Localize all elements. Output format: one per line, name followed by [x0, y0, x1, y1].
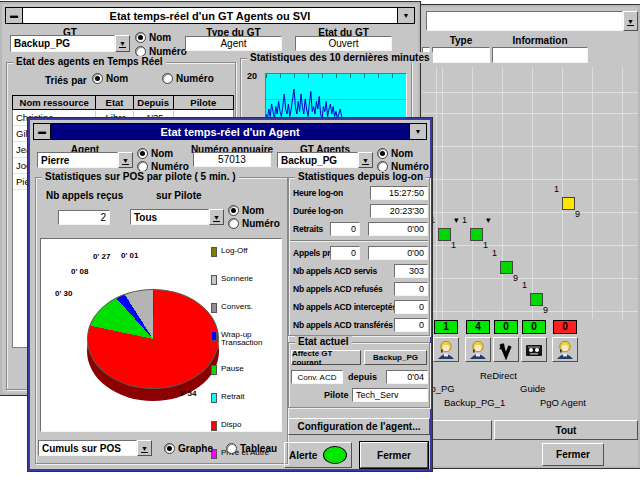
- system-menu-icon[interactable]: ▬: [34, 124, 51, 139]
- etat-conv-acd: Conv. ACD: [291, 370, 343, 384]
- tab-spacer: [422, 420, 492, 440]
- table-column-header[interactable]: Nom ressource: [13, 96, 96, 109]
- combo-arrow-icon[interactable]: ▼: [118, 152, 133, 168]
- pie-time-label: 0' 27: [93, 252, 110, 261]
- agent-radio-nom[interactable]: Nom: [137, 148, 173, 159]
- combo-arrow-icon[interactable]: ▼: [137, 440, 152, 456]
- gt-radio-nom[interactable]: Nom: [135, 32, 171, 43]
- appels-prives-count: 0: [330, 246, 360, 260]
- sur-pilote-combobox[interactable]: Tous ▼: [130, 209, 224, 225]
- pilote-radio-numero[interactable]: Numéro: [228, 218, 280, 229]
- combo-arrow-icon[interactable]: ▼: [115, 35, 130, 52]
- radio-icon[interactable]: [162, 73, 173, 84]
- legend-label: Dispo: [221, 421, 241, 429]
- duree-logon-label: Durée log-on: [293, 206, 343, 216]
- acd-interceptes-value: 0: [394, 300, 428, 314]
- radio-icon[interactable]: [226, 443, 237, 454]
- retraits-value: 0'00: [368, 222, 428, 236]
- radio-tableau[interactable]: Tableau: [226, 443, 277, 454]
- radio-icon[interactable]: [135, 32, 146, 43]
- sur-pilote-value[interactable]: Tous: [130, 209, 209, 225]
- legend-item: Dispo: [211, 421, 281, 431]
- pie-time-label: 0' 08: [71, 267, 88, 276]
- fermer-button-background[interactable]: Fermer: [542, 443, 604, 466]
- gt-courant-button[interactable]: Backup_PG: [364, 350, 427, 365]
- stats-10min-title: Statistiques des 10 dernières minutes: [247, 52, 433, 63]
- pilot-labels: ReDirectBackup_PGGuideBackup_PG_1PgO Age…: [420, 7, 638, 466]
- pilot-label: ReDirect: [480, 370, 517, 381]
- radio-icon[interactable]: [228, 205, 239, 216]
- fermer-button-agent[interactable]: Fermer: [360, 442, 428, 468]
- minimize-icon[interactable]: ▼: [409, 124, 426, 139]
- acd-refuses-value: 0: [394, 282, 428, 296]
- radio-icon[interactable]: [137, 148, 148, 159]
- sur-pilote-label: sur Pilote: [156, 190, 202, 201]
- radio-label: Nom: [106, 73, 128, 84]
- radio-label: Nom: [151, 148, 173, 159]
- heure-logon-value: 15:27:50: [370, 186, 428, 200]
- cumuls-combobox[interactable]: Cumuls sur POS ▼: [38, 440, 152, 456]
- legend-label: Pause: [221, 365, 244, 373]
- pilote-radio-nom[interactable]: Nom: [228, 205, 264, 216]
- radio-icon[interactable]: [377, 148, 388, 159]
- alerte-indicator-icon: [323, 446, 347, 464]
- numero-annuaire-value: 57013: [193, 152, 271, 167]
- gt-window-titlebar[interactable]: ▬ Etat temps-réel d'un GT Agents ou SVI …: [5, 7, 415, 24]
- divider: [290, 240, 428, 242]
- affecte-gt-button[interactable]: Affecté GT courant: [291, 350, 361, 365]
- agent-window-titlebar[interactable]: ▬ Etat temps-réel d'un Agent ▼: [33, 123, 427, 140]
- combo-arrow-icon[interactable]: ▼: [358, 152, 373, 168]
- pilote-label: Pilote: [324, 390, 349, 400]
- gt-agents-combobox[interactable]: Backup_PG ▼: [277, 152, 373, 168]
- gt-agents-combobox-value[interactable]: Backup_PG: [277, 152, 358, 168]
- gt-agents-radio-nom[interactable]: Nom: [377, 148, 413, 159]
- gt-combobox-value[interactable]: Backup_PG: [10, 35, 115, 52]
- table-column-header[interactable]: Etat: [96, 96, 134, 109]
- pie-time-label: 0' 30: [55, 289, 72, 298]
- acd-transferes-value: 0: [394, 318, 428, 332]
- agents-table-header: Nom ressourceEtatDepuisPilote: [12, 95, 234, 110]
- pilot-label: Backup_PG_1: [444, 397, 505, 408]
- system-menu-icon[interactable]: ▬: [6, 8, 23, 23]
- legend-item: Wrap-up Transaction: [211, 331, 281, 347]
- pilot-label: PgO Agent: [540, 397, 586, 408]
- etat-actuel-title: Etat actuel: [295, 336, 352, 347]
- pilot-label: Guide: [520, 383, 545, 394]
- pie-time-label: 3' 54: [179, 389, 196, 398]
- tab-tout[interactable]: Tout: [494, 420, 638, 440]
- legend-item: Log-Off: [211, 247, 281, 257]
- cumuls-value[interactable]: Cumuls sur POS: [38, 440, 137, 456]
- minimize-icon[interactable]: ▼: [397, 8, 414, 23]
- radio-icon[interactable]: [228, 218, 239, 229]
- agent-window-title: Etat temps-réel d'un Agent: [51, 126, 409, 138]
- alerte-panel: Alerte: [284, 442, 352, 468]
- gt-combobox[interactable]: Backup_PG ▼: [10, 35, 130, 52]
- radio-graphe[interactable]: Graphe: [164, 443, 213, 454]
- legend-swatch-icon: [211, 365, 217, 375]
- configuration-agent-button[interactable]: Configuration de l'agent...: [288, 418, 430, 435]
- acd-servis-value: 303: [394, 264, 428, 278]
- radio-label: Nom: [242, 205, 264, 216]
- pos-group-title: Statistiques sur POS par pilote ( 5 min.…: [42, 171, 239, 182]
- nb-appels-recus-value: 2: [58, 210, 110, 225]
- combo-arrow-icon[interactable]: ▼: [209, 209, 224, 225]
- table-column-header[interactable]: Depuis: [134, 96, 174, 109]
- agent-combobox[interactable]: Pierre ▼: [37, 152, 133, 168]
- sparkline-svg: [266, 74, 406, 124]
- legend-swatch-icon: [211, 421, 217, 431]
- radio-icon[interactable]: [92, 73, 103, 84]
- legend-label: Convers.: [221, 303, 253, 311]
- legend-label: Retrait: [221, 393, 245, 401]
- radio-label: Nom: [391, 148, 413, 159]
- table-column-header[interactable]: Pilote: [174, 96, 233, 109]
- tries-radio-numero[interactable]: Numéro: [162, 73, 214, 84]
- tries-radio-nom[interactable]: Nom: [92, 73, 128, 84]
- pie-legend: Log-OffSonnerieConvers.Wrap-up Transacti…: [211, 247, 281, 459]
- depuis-label: depuis: [348, 372, 377, 382]
- acd-transferes-label: Nb appels ACD transférés: [293, 320, 393, 330]
- agent-combobox-value[interactable]: Pierre: [37, 152, 118, 168]
- legend-item: Retrait: [211, 393, 281, 403]
- radio-icon[interactable]: [164, 443, 175, 454]
- radio-label: Nom: [149, 32, 171, 43]
- legend-label: Log-Off: [221, 247, 248, 255]
